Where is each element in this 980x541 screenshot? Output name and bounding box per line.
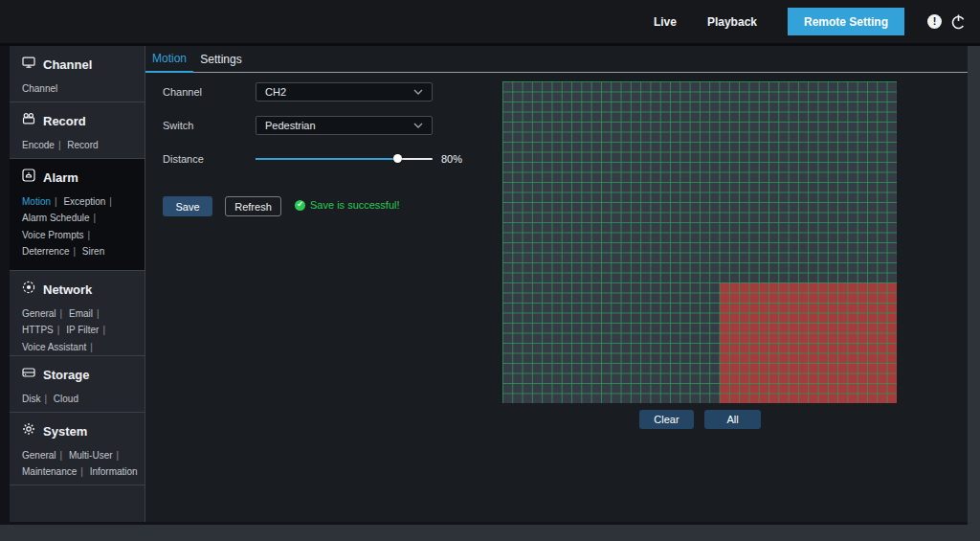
motion-grid-selection — [720, 282, 897, 403]
vertical-scrollbar[interactable] — [968, 46, 980, 525]
sidebar-item-group: Motion| — [22, 196, 61, 207]
sidebar-item-voice-prompts[interactable]: Voice Prompts — [22, 230, 83, 240]
sidebar-section-channel: ChannelChannel — [10, 46, 145, 102]
sidebar-item-maintenance[interactable]: Maintenance — [22, 466, 77, 477]
sidebar-section-header: Channel — [22, 56, 139, 73]
sidebar-item-email[interactable]: Email — [69, 308, 93, 319]
alert-icon[interactable]: ! — [927, 14, 942, 29]
item-separator: | — [117, 450, 120, 461]
switch-select-value: Pedestrian — [265, 120, 316, 131]
sidebar-section-title: Channel — [43, 57, 92, 72]
nav-playback[interactable]: Playback — [707, 15, 757, 29]
sidebar-item-general[interactable]: General — [22, 450, 56, 461]
sidebar-item-group: Encode| — [22, 140, 65, 150]
sidebar-item-exception[interactable]: Exception — [63, 196, 105, 207]
sidebar-item-general[interactable]: General — [22, 308, 56, 319]
chevron-down-icon — [413, 89, 423, 95]
sidebar-item-information[interactable]: Information — [90, 466, 138, 477]
tab-settings[interactable]: Settings — [193, 46, 249, 73]
sidebar-item-encode[interactable]: Encode — [22, 140, 55, 150]
sidebar-item-group: Multi-User| — [69, 450, 122, 461]
sidebar-item-group: Voice Assistant| — [22, 342, 97, 352]
status-message: Save is successful! — [310, 199, 400, 211]
sidebar-item-disk[interactable]: Disk — [22, 394, 40, 404]
success-check-icon: ✔ — [295, 200, 305, 211]
sidebar-section-system: SystemGeneral| Multi-User| Maintenance| … — [10, 413, 145, 485]
sidebar-filler — [10, 485, 145, 522]
sidebar-item-voice-assistant[interactable]: Voice Assistant — [22, 342, 86, 352]
refresh-button[interactable]: Refresh — [225, 196, 281, 216]
item-separator: | — [90, 342, 93, 352]
sidebar-item-group: Channel — [22, 83, 57, 94]
sidebar-item-group: Record — [67, 140, 98, 150]
distance-label: Distance — [163, 153, 204, 165]
sidebar-section-header: System — [22, 422, 139, 440]
channel-icon — [22, 56, 35, 73]
distance-value: 80% — [441, 153, 462, 165]
main-content: Motion Settings Channel CH2 Switch Pedes… — [145, 46, 968, 522]
horizontal-scrollbar[interactable] — [0, 525, 980, 541]
save-button[interactable]: Save — [163, 196, 212, 216]
sidebar-item-deterrence[interactable]: Deterrence — [22, 246, 69, 257]
sidebar-item-multi-user[interactable]: Multi-User — [69, 450, 113, 461]
switch-select[interactable]: Pedestrian — [256, 116, 433, 135]
tab-bar: Motion Settings — [145, 46, 968, 73]
sidebar-item-https[interactable]: HTTPS — [22, 325, 54, 335]
sidebar-item-group: HTTPS| — [22, 325, 63, 335]
sidebar-item-group: General| — [22, 308, 66, 319]
chevron-down-icon — [413, 123, 423, 128]
status-message-row: ✔ Save is successful! — [295, 199, 400, 211]
item-separator: | — [60, 308, 63, 319]
switch-label: Switch — [163, 120, 193, 131]
tab-motion[interactable]: Motion — [145, 46, 193, 73]
network-icon — [22, 281, 35, 298]
sidebar-section-alarm: AlarmMotion| Exception| Alarm Schedule| … — [10, 159, 145, 271]
distance-slider[interactable] — [256, 154, 433, 163]
item-separator: | — [109, 196, 112, 207]
item-separator: | — [97, 308, 100, 319]
sidebar-item-channel[interactable]: Channel — [22, 83, 57, 94]
sidebar-section-storage: StorageDisk| Cloud — [10, 356, 145, 413]
channel-label: Channel — [163, 86, 202, 98]
sidebar-section-record: RecordEncode| Record — [10, 102, 145, 159]
sidebar-section-items: Encode| Record — [22, 137, 139, 153]
sidebar-item-group: Siren — [82, 246, 104, 257]
item-separator: | — [60, 450, 63, 461]
nav-live[interactable]: Live — [654, 15, 677, 29]
alarm-icon — [22, 169, 35, 186]
item-separator: | — [58, 140, 61, 150]
sidebar-section-items: Motion| Exception| Alarm Schedule| Voice… — [22, 193, 139, 259]
item-separator: | — [102, 325, 105, 335]
slider-thumb[interactable] — [393, 154, 402, 163]
motion-grid[interactable] — [502, 81, 897, 403]
clear-button[interactable]: Clear — [639, 410, 694, 429]
sidebar-section-title: Storage — [43, 368, 89, 382]
sidebar-item-group: IP Filter| — [66, 325, 109, 335]
sidebar-item-motion[interactable]: Motion — [22, 196, 51, 207]
sidebar-section-title: Alarm — [43, 170, 78, 185]
all-button[interactable]: All — [704, 410, 761, 429]
channel-select-value: CH2 — [265, 86, 286, 98]
sidebar-section-items: General| Email| HTTPS| IP Filter| Voice … — [22, 305, 139, 356]
power-icon[interactable] — [950, 13, 967, 30]
sidebar-section-title: Network — [43, 282, 92, 297]
sidebar-sections: ChannelChannel RecordEncode| Record Alar… — [10, 46, 145, 485]
sidebar-item-alarm-schedule[interactable]: Alarm Schedule — [22, 213, 90, 223]
sidebar-section-items: General| Multi-User| Maintenance| Inform… — [22, 447, 139, 481]
sidebar-item-group: Maintenance| — [22, 466, 87, 477]
sidebar-item-cloud[interactable]: Cloud — [54, 394, 78, 404]
channel-select[interactable]: CH2 — [256, 82, 433, 101]
item-separator: | — [57, 325, 60, 335]
sidebar-item-group: Information — [90, 466, 138, 477]
storage-icon — [22, 366, 35, 383]
system-icon — [22, 422, 35, 440]
remote-setting-button[interactable]: Remote Setting — [788, 8, 904, 35]
sidebar-item-siren[interactable]: Siren — [82, 246, 104, 257]
item-separator: | — [80, 466, 83, 477]
slider-fill — [256, 158, 397, 161]
sidebar-item-ip-filter[interactable]: IP Filter — [66, 325, 99, 335]
sidebar-item-record[interactable]: Record — [67, 140, 98, 150]
item-separator: | — [87, 230, 90, 240]
sidebar-section-header: Network — [22, 281, 139, 298]
sidebar-item-group: Deterrence| — [22, 246, 79, 257]
